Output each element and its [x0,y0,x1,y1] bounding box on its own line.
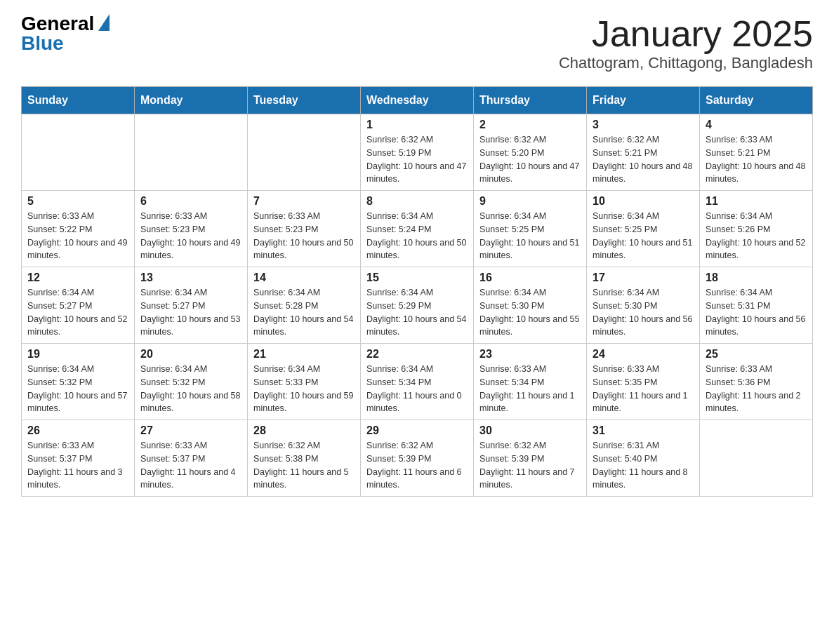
calendar-cell: 3Sunrise: 6:32 AM Sunset: 5:21 PM Daylig… [587,114,700,191]
calendar-cell: 6Sunrise: 6:33 AM Sunset: 5:23 PM Daylig… [135,191,248,267]
day-number: 15 [366,271,468,284]
day-info: Sunrise: 6:32 AM Sunset: 5:38 PM Dayligh… [253,439,355,492]
calendar-cell: 12Sunrise: 6:34 AM Sunset: 5:27 PM Dayli… [22,267,135,344]
day-number: 12 [27,271,128,284]
day-number: 29 [366,424,468,437]
calendar-cell: 29Sunrise: 6:32 AM Sunset: 5:39 PM Dayli… [361,420,474,497]
day-number: 20 [140,348,241,361]
calendar-cell: 20Sunrise: 6:34 AM Sunset: 5:32 PM Dayli… [135,344,248,420]
calendar-day-header: Tuesday [248,87,361,114]
calendar-week-row: 19Sunrise: 6:34 AM Sunset: 5:32 PM Dayli… [22,344,813,420]
day-number: 17 [593,271,694,284]
page-title: January 2025 [559,14,813,54]
day-number: 30 [479,424,581,437]
calendar-cell: 7Sunrise: 6:33 AM Sunset: 5:23 PM Daylig… [248,191,361,267]
day-number: 3 [593,119,694,131]
day-info: Sunrise: 6:32 AM Sunset: 5:19 PM Dayligh… [366,133,468,186]
day-info: Sunrise: 6:34 AM Sunset: 5:31 PM Dayligh… [706,286,807,339]
day-info: Sunrise: 6:34 AM Sunset: 5:26 PM Dayligh… [706,210,807,262]
day-number: 28 [253,424,355,437]
day-number: 4 [706,119,807,131]
day-number: 23 [479,348,581,361]
calendar-cell: 31Sunrise: 6:31 AM Sunset: 5:40 PM Dayli… [587,420,700,497]
day-number: 6 [140,195,241,208]
day-number: 8 [366,195,468,208]
calendar-table: SundayMondayTuesdayWednesdayThursdayFrid… [21,86,813,497]
calendar-day-header: Friday [587,87,700,114]
calendar-cell: 27Sunrise: 6:33 AM Sunset: 5:37 PM Dayli… [135,420,248,497]
day-info: Sunrise: 6:34 AM Sunset: 5:30 PM Dayligh… [479,286,581,339]
calendar-week-row: 5Sunrise: 6:33 AM Sunset: 5:22 PM Daylig… [22,191,813,267]
calendar-week-row: 12Sunrise: 6:34 AM Sunset: 5:27 PM Dayli… [22,267,813,344]
day-info: Sunrise: 6:32 AM Sunset: 5:20 PM Dayligh… [479,133,581,186]
calendar-cell [700,420,813,497]
title-block: January 2025 Chattogram, Chittagong, Ban… [559,14,813,72]
day-info: Sunrise: 6:34 AM Sunset: 5:27 PM Dayligh… [140,286,241,339]
logo: General Blue [21,14,110,53]
calendar-cell: 8Sunrise: 6:34 AM Sunset: 5:24 PM Daylig… [361,191,474,267]
day-number: 26 [27,424,128,437]
day-info: Sunrise: 6:32 AM Sunset: 5:21 PM Dayligh… [593,133,694,186]
calendar-week-row: 1Sunrise: 6:32 AM Sunset: 5:19 PM Daylig… [22,114,813,191]
calendar-cell: 30Sunrise: 6:32 AM Sunset: 5:39 PM Dayli… [474,420,587,497]
day-info: Sunrise: 6:33 AM Sunset: 5:36 PM Dayligh… [706,363,807,415]
day-number: 21 [253,348,355,361]
day-info: Sunrise: 6:32 AM Sunset: 5:39 PM Dayligh… [366,439,468,492]
day-number: 13 [140,271,241,284]
calendar-cell [248,114,361,191]
calendar-cell: 11Sunrise: 6:34 AM Sunset: 5:26 PM Dayli… [700,191,813,267]
day-info: Sunrise: 6:34 AM Sunset: 5:25 PM Dayligh… [593,210,694,262]
day-number: 10 [593,195,694,208]
page-header: General Blue January 2025 Chattogram, Ch… [21,14,813,72]
day-info: Sunrise: 6:34 AM Sunset: 5:32 PM Dayligh… [27,363,128,415]
calendar-cell [22,114,135,191]
day-number: 19 [27,348,128,361]
calendar-cell: 5Sunrise: 6:33 AM Sunset: 5:22 PM Daylig… [22,191,135,267]
calendar-day-header: Saturday [700,87,813,114]
day-number: 9 [479,195,581,208]
day-info: Sunrise: 6:33 AM Sunset: 5:34 PM Dayligh… [479,363,581,415]
day-info: Sunrise: 6:33 AM Sunset: 5:23 PM Dayligh… [140,210,241,262]
day-info: Sunrise: 6:31 AM Sunset: 5:40 PM Dayligh… [593,439,694,492]
calendar-cell: 25Sunrise: 6:33 AM Sunset: 5:36 PM Dayli… [700,344,813,420]
day-info: Sunrise: 6:34 AM Sunset: 5:27 PM Dayligh… [27,286,128,339]
day-number: 22 [366,348,468,361]
calendar-cell [135,114,248,191]
calendar-cell: 13Sunrise: 6:34 AM Sunset: 5:27 PM Dayli… [135,267,248,344]
calendar-week-row: 26Sunrise: 6:33 AM Sunset: 5:37 PM Dayli… [22,420,813,497]
day-number: 18 [706,271,807,284]
calendar-cell: 24Sunrise: 6:33 AM Sunset: 5:35 PM Dayli… [587,344,700,420]
day-info: Sunrise: 6:34 AM Sunset: 5:25 PM Dayligh… [479,210,581,262]
calendar-cell: 21Sunrise: 6:34 AM Sunset: 5:33 PM Dayli… [248,344,361,420]
day-info: Sunrise: 6:34 AM Sunset: 5:34 PM Dayligh… [366,363,468,415]
day-info: Sunrise: 6:33 AM Sunset: 5:22 PM Dayligh… [27,210,128,262]
calendar-cell: 2Sunrise: 6:32 AM Sunset: 5:20 PM Daylig… [474,114,587,191]
calendar-cell: 10Sunrise: 6:34 AM Sunset: 5:25 PM Dayli… [587,191,700,267]
day-number: 16 [479,271,581,284]
logo-blue-text: Blue [21,34,64,53]
day-number: 11 [706,195,807,208]
day-info: Sunrise: 6:33 AM Sunset: 5:37 PM Dayligh… [140,439,241,492]
calendar-cell: 16Sunrise: 6:34 AM Sunset: 5:30 PM Dayli… [474,267,587,344]
day-info: Sunrise: 6:34 AM Sunset: 5:29 PM Dayligh… [366,286,468,339]
calendar-header-row: SundayMondayTuesdayWednesdayThursdayFrid… [22,87,813,114]
day-number: 27 [140,424,241,437]
day-number: 5 [27,195,128,208]
calendar-cell: 14Sunrise: 6:34 AM Sunset: 5:28 PM Dayli… [248,267,361,344]
day-info: Sunrise: 6:34 AM Sunset: 5:30 PM Dayligh… [593,286,694,339]
calendar-cell: 4Sunrise: 6:33 AM Sunset: 5:21 PM Daylig… [700,114,813,191]
calendar-cell: 1Sunrise: 6:32 AM Sunset: 5:19 PM Daylig… [361,114,474,191]
day-info: Sunrise: 6:33 AM Sunset: 5:23 PM Dayligh… [253,210,355,262]
day-number: 2 [479,119,581,131]
calendar-day-header: Sunday [22,87,135,114]
day-number: 7 [253,195,355,208]
page-subtitle: Chattogram, Chittagong, Bangladesh [559,54,813,72]
day-number: 24 [593,348,694,361]
day-info: Sunrise: 6:33 AM Sunset: 5:37 PM Dayligh… [27,439,128,492]
calendar-cell: 19Sunrise: 6:34 AM Sunset: 5:32 PM Dayli… [22,344,135,420]
day-info: Sunrise: 6:34 AM Sunset: 5:28 PM Dayligh… [253,286,355,339]
day-number: 14 [253,271,355,284]
calendar-cell: 28Sunrise: 6:32 AM Sunset: 5:38 PM Dayli… [248,420,361,497]
day-info: Sunrise: 6:33 AM Sunset: 5:21 PM Dayligh… [706,133,807,186]
day-number: 31 [593,424,694,437]
